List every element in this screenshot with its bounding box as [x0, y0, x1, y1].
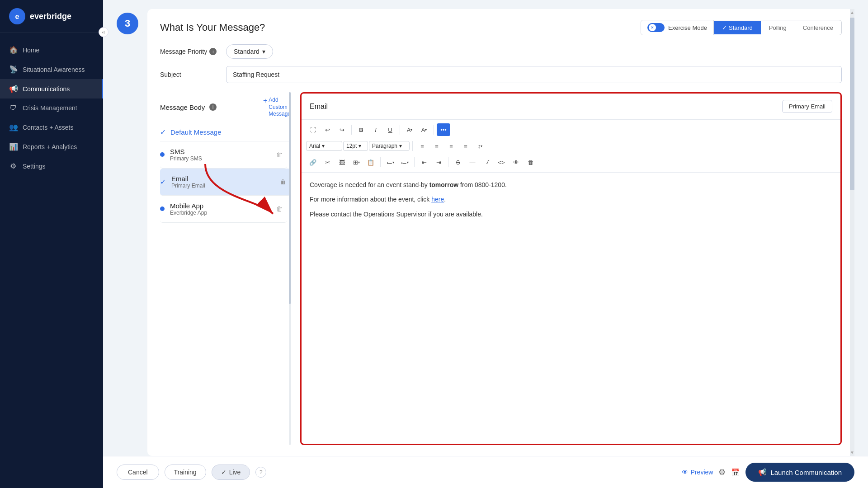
fullscreen-button[interactable]: ⛶	[306, 123, 320, 136]
sidebar-item-reports[interactable]: 📊 Reports + Analytics	[0, 137, 103, 156]
superscript-button[interactable]: 𝘐	[480, 156, 494, 169]
editor-toolbar: ⛶ ↩ ↪ B I U A▾ A▾ •••	[302, 120, 840, 173]
add-custom-button[interactable]: + AddCustomMessage	[263, 97, 291, 118]
align-right-button[interactable]: ≡	[444, 140, 458, 152]
link-button[interactable]: 🔗	[306, 156, 320, 169]
email-check-icon: ✓	[160, 178, 166, 186]
training-button[interactable]: Training	[165, 465, 206, 480]
eye-icon: 👁	[682, 469, 688, 476]
mobile-delete-icon[interactable]: 🗑	[276, 205, 283, 212]
live-button[interactable]: ✓ Live	[212, 465, 250, 480]
align-center-button[interactable]: ≡	[430, 140, 443, 152]
font-family-select[interactable]: Arial ▾	[306, 141, 342, 151]
sidebar-item-communications[interactable]: 📢 Communications	[0, 79, 103, 99]
undo-button[interactable]: ↩	[321, 123, 334, 136]
main-content: 3 What Is Your Message? Exercise Mode ✓ …	[103, 0, 868, 488]
exercise-toggle-switch[interactable]	[647, 23, 665, 32]
outdent-button[interactable]: ⇤	[417, 156, 431, 169]
default-message-item[interactable]: ✓ Default Message	[160, 123, 291, 141]
bold-button[interactable]: B	[354, 123, 368, 136]
priority-info-icon[interactable]: i	[209, 48, 217, 55]
email-editor-panel: Email Primary Email ⛶ ↩ ↪ B	[300, 92, 842, 445]
indent-button[interactable]: ⇥	[432, 156, 445, 169]
chart-icon: 📊	[9, 142, 17, 151]
preview-toggle-button[interactable]: 👁	[509, 156, 523, 169]
italic-button[interactable]: I	[369, 123, 382, 136]
sidebar-nav: 🏠 Home 📡 Situational Awareness 📢 Communi…	[0, 33, 103, 488]
panel-scrollbar[interactable]: ▲ ▼	[850, 9, 854, 456]
step-wrapper: 3 What Is Your Message? Exercise Mode ✓ …	[117, 9, 854, 456]
toolbar-divider	[351, 125, 352, 135]
check-icon: ✓	[160, 128, 166, 136]
paragraph-select[interactable]: Paragraph ▾	[369, 141, 410, 151]
channel-item-mobile[interactable]: Mobile App Everbridge App 🗑	[160, 196, 287, 223]
cancel-button[interactable]: Cancel	[117, 465, 159, 480]
subject-input[interactable]	[226, 66, 842, 83]
list-scrollbar[interactable]	[289, 92, 291, 445]
sidebar-collapse-button[interactable]: ‹‹	[99, 27, 108, 37]
underline-button[interactable]: U	[383, 123, 397, 136]
sidebar-item-situational[interactable]: 📡 Situational Awareness	[0, 60, 103, 79]
help-button[interactable]: ?	[255, 467, 266, 478]
subject-row: Subject	[160, 66, 842, 83]
table-button[interactable]: ⊞▾	[349, 156, 363, 169]
email-delete-icon[interactable]: 🗑	[280, 178, 286, 185]
sidebar-item-settings[interactable]: ⚙ Settings	[0, 156, 103, 176]
sidebar-item-home[interactable]: 🏠 Home	[0, 40, 103, 60]
contacts-icon: 👥	[9, 123, 17, 131]
sms-dot	[160, 152, 165, 157]
toolbar-row-1: ⛶ ↩ ↪ B I U A▾ A▾ •••	[306, 122, 836, 137]
more-options-button[interactable]: •••	[437, 123, 450, 136]
logo-text: everbridge	[30, 12, 71, 21]
channel-item-sms[interactable]: SMS Primary SMS 🗑	[160, 141, 287, 169]
code-button[interactable]: <>	[495, 156, 508, 169]
unordered-list-button[interactable]: ≔▾	[398, 156, 411, 169]
horizontal-rule-button[interactable]: —	[466, 156, 479, 169]
priority-dropdown[interactable]: Standard ▾	[226, 44, 273, 59]
strikethrough-button[interactable]: S	[451, 156, 465, 169]
tab-standard[interactable]: ✓ Standard	[714, 21, 761, 34]
sidebar-item-contacts[interactable]: 👥 Contacts + Assets	[0, 117, 103, 137]
logo-area: e everbridge	[0, 0, 103, 33]
font-color-button[interactable]: A▾	[403, 123, 416, 136]
sms-delete-icon[interactable]: 🗑	[276, 151, 283, 158]
sidebar-item-label: Settings	[23, 163, 46, 170]
message-items: ✓ Default Message SMS Primary SMS �	[160, 123, 291, 445]
tab-conference[interactable]: Conference	[795, 21, 841, 34]
everbridge-logo-icon: e	[9, 8, 25, 24]
sidebar-item-crisis[interactable]: 🛡 Crisis Management	[0, 99, 103, 117]
chevron-down-icon: ▾	[322, 143, 325, 149]
special-chars-button[interactable]: ✂	[321, 156, 334, 169]
gear-icon[interactable]: ⚙	[718, 467, 726, 477]
launch-communication-button[interactable]: 📢 Launch Communication	[745, 463, 854, 482]
template-button[interactable]: 📋	[364, 156, 377, 169]
sidebar-item-label: Situational Awareness	[23, 66, 85, 73]
editor-content[interactable]: Coverage is needed for an event stand-by…	[302, 173, 840, 444]
content-line-2: For more information about the event, cl…	[310, 194, 832, 204]
align-left-button[interactable]: ≡	[415, 140, 429, 152]
primary-email-button[interactable]: Primary Email	[782, 100, 832, 113]
scroll-down-button[interactable]: ▼	[850, 449, 854, 456]
email-panel-header: Email Primary Email	[302, 94, 840, 120]
clear-formatting-button[interactable]: 🗑	[524, 156, 537, 169]
channel-item-email[interactable]: ✓ Email Primary Email 🗑	[160, 169, 291, 196]
body-info-icon[interactable]: i	[209, 103, 217, 111]
line-height-button[interactable]: ↕▾	[473, 140, 487, 152]
align-justify-button[interactable]: ≡	[459, 140, 472, 152]
here-link[interactable]: here	[431, 196, 444, 203]
toolbar-divider-5	[380, 157, 381, 167]
font-size-select[interactable]: 12pt ▾	[343, 141, 368, 151]
exercise-mode-toggle[interactable]: Exercise Mode	[641, 20, 714, 35]
toolbar-divider-7	[448, 157, 448, 167]
tab-polling[interactable]: Polling	[761, 21, 795, 34]
email-info: Email Primary Email	[171, 175, 276, 189]
preview-button[interactable]: 👁 Preview	[682, 469, 713, 476]
redo-button[interactable]: ↪	[335, 123, 349, 136]
scroll-up-button[interactable]: ▲	[850, 9, 854, 16]
ordered-list-button[interactable]: ≔▾	[383, 156, 397, 169]
toolbar-divider-6	[414, 157, 415, 167]
calendar-icon[interactable]: 📅	[731, 468, 740, 477]
highlight-button[interactable]: A▾	[417, 123, 431, 136]
chevron-down-icon: ▾	[359, 143, 361, 149]
image-button[interactable]: 🖼	[335, 156, 349, 169]
